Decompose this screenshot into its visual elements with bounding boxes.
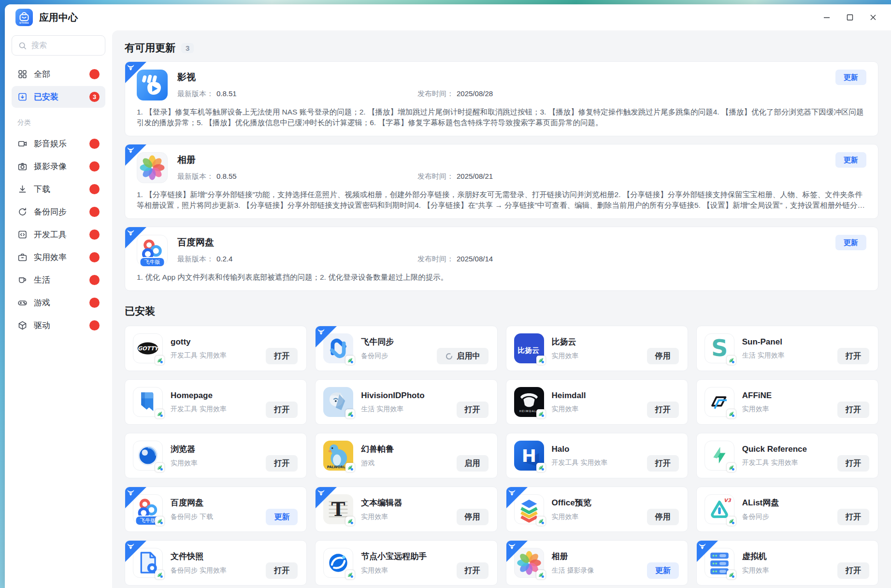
app-action-button[interactable]: 停用 (457, 509, 489, 525)
app-card[interactable]: 比扬云 比扬云 实用效率 停用 (506, 326, 688, 371)
sidebar-item-下载[interactable]: 下载 (12, 178, 105, 200)
app-card[interactable]: 浏览器 实用效率 打开 (125, 433, 307, 478)
app-action-button[interactable]: 启用 (457, 455, 489, 472)
app-action-button[interactable]: 停用 (647, 348, 679, 364)
installed-count-badge: 3 (89, 92, 100, 102)
app-tags: 生活 摄影录像 (552, 566, 594, 575)
sidebar-item-游戏[interactable]: 游戏 (12, 292, 105, 314)
app-card[interactable]: V3 AList网盘 备份同步 打开 (696, 487, 878, 532)
app-name: 虚拟机 (742, 551, 769, 562)
hivision-app-icon (323, 387, 353, 417)
date-value: 2025/08/21 (457, 172, 493, 180)
search-input[interactable] (31, 41, 99, 50)
app-tags: 开发工具 实用效率 (171, 351, 227, 360)
app-card[interactable]: Homepage 开发工具 实用效率 打开 (125, 379, 307, 425)
maximize-button[interactable] (841, 8, 859, 27)
minimize-button[interactable] (818, 8, 836, 27)
svg-text:GOTTY: GOTTY (138, 345, 159, 352)
palworld-app-icon: PALWORLD (323, 441, 353, 471)
version-value: 0.8.55 (216, 172, 237, 180)
app-card[interactable]: H Halo 开发工具 实用效率 打开 (506, 433, 688, 478)
version-label: 最新版本： (177, 172, 214, 180)
sidebar-item-label: 开发工具 (34, 229, 67, 240)
date-value: 2025/08/28 (457, 89, 493, 98)
app-action-button[interactable]: 停用 (647, 509, 679, 525)
app-card[interactable]: HivisionIDPhoto 生活 实用效率 打开 (315, 379, 497, 425)
app-action-button[interactable]: 更新 (266, 509, 298, 525)
app-card[interactable]: HEIMDALL Heimdall 实用效率 打开 (506, 379, 688, 425)
app-action-button[interactable]: 打开 (266, 348, 298, 364)
changelog-text: 1. 【分享链接】新增“分享外部链接”功能，支持选择任意照片、视频或相册，创建外… (137, 189, 866, 211)
app-card[interactable]: T 文本编辑器 实用效率 停用 (315, 487, 497, 532)
app-name: Homepage (171, 391, 227, 401)
heimdall-app-icon: HEIMDALL (514, 387, 544, 417)
halo-app-icon: H (514, 441, 544, 471)
app-card[interactable]: 虚拟机 实用效率 打开 (696, 540, 878, 586)
sidebar-item-label: 下载 (34, 184, 50, 195)
updates-count-badge: 3 (181, 43, 194, 53)
app-action-button[interactable]: 打开 (837, 348, 869, 364)
docker-badge-icon (155, 516, 164, 526)
app-name: 相册 (177, 154, 493, 166)
installed-count-badge (89, 275, 100, 285)
date-label: 发布时间： (417, 89, 454, 98)
docker-badge-icon (727, 409, 736, 418)
app-card[interactable]: GOTTY gotty 开发工具 实用效率 打开 (125, 326, 307, 371)
version-value: 0.2.4 (216, 255, 232, 263)
app-card[interactable]: 文件快照 备份同步 实用效率 打开 (125, 540, 307, 586)
sidebar-item-影音娱乐[interactable]: 影音娱乐 (12, 133, 105, 155)
update-button[interactable]: 更新 (835, 70, 866, 85)
close-button[interactable] (864, 8, 882, 27)
app-tags: 开发工具 实用效率 (552, 459, 608, 467)
app-card[interactable]: 飞牛版 百度网盘 备份同步 下载 更新 (125, 487, 307, 532)
update-button[interactable]: 更新 (835, 152, 866, 168)
update-meta: 最新版本：0.2.4 发布时间：2025/08/14 (177, 255, 493, 264)
fnos-bull-icon (508, 489, 516, 496)
app-action-button[interactable]: 打开 (647, 455, 679, 472)
cup-icon (17, 275, 28, 285)
app-tags: 开发工具 实用效率 (171, 405, 227, 414)
update-button[interactable]: 更新 (835, 235, 866, 250)
sidebar-item-备份同步[interactable]: 备份同步 (12, 201, 105, 223)
sidebar-item-开发工具[interactable]: 开发工具 (12, 224, 105, 245)
app-card[interactable]: 相册 生活 摄影录像 更新 (506, 540, 688, 586)
app-action-button[interactable]: 打开 (837, 509, 869, 525)
app-card[interactable]: PALWORLD 幻兽帕鲁 游戏 启用 (315, 433, 497, 478)
app-card[interactable]: 节点小宝远程助手 实用效率 打开 (315, 540, 497, 586)
app-action-button[interactable]: 打开 (837, 402, 869, 418)
app-card[interactable]: Office预览 实用效率 停用 (506, 487, 688, 532)
sidebar-item-驱动[interactable]: 驱动 (12, 315, 105, 336)
app-action-button[interactable]: 打开 (837, 562, 869, 579)
app-card[interactable]: 飞牛同步 备份同步 启用中 (315, 326, 497, 371)
sidebar-item-摄影录像[interactable]: 摄影录像 (12, 156, 105, 177)
app-action-button[interactable]: 打开 (457, 562, 489, 579)
fnos-ribbon (506, 487, 528, 508)
fnos-bull-icon (698, 543, 706, 550)
app-tags: 开发工具 实用效率 (742, 459, 807, 467)
app-action-button[interactable]: 更新 (647, 562, 679, 579)
app-card[interactable]: Quick Reference 开发工具 实用效率 打开 (696, 433, 878, 478)
app-tags: 实用效率 (742, 405, 772, 414)
fnos-ribbon (316, 326, 337, 347)
sidebar-item-实用效率[interactable]: 实用效率 (12, 246, 105, 268)
fnos-bull-icon (127, 229, 135, 236)
app-tags: 实用效率 (552, 513, 591, 521)
app-action-button[interactable]: 打开 (457, 402, 489, 418)
app-action-button[interactable]: 启用中 (437, 348, 489, 364)
app-action-button[interactable]: 打开 (266, 562, 298, 579)
gamepad-icon (17, 298, 28, 308)
app-tags: 备份同步 (742, 513, 779, 521)
sidebar-item-已安装[interactable]: 已安装 3 (12, 86, 105, 108)
app-action-button[interactable]: 打开 (647, 402, 679, 418)
app-name: 幻兽帕鲁 (361, 444, 394, 455)
app-action-button[interactable]: 打开 (837, 455, 869, 472)
app-card[interactable]: AFFiNE 实用效率 打开 (696, 379, 878, 425)
app-card[interactable]: S Sun-Panel 生活 实用效率 打开 (696, 326, 878, 371)
homepage-app-icon (133, 387, 163, 417)
sidebar-item-生活[interactable]: 生活 (12, 269, 105, 291)
app-action-button[interactable]: 打开 (266, 402, 298, 418)
svg-text:STORE: STORE (19, 22, 29, 24)
app-action-button[interactable]: 打开 (266, 455, 298, 472)
docker-badge-icon (155, 463, 164, 472)
sidebar-item-全部[interactable]: 全部 (12, 63, 105, 85)
